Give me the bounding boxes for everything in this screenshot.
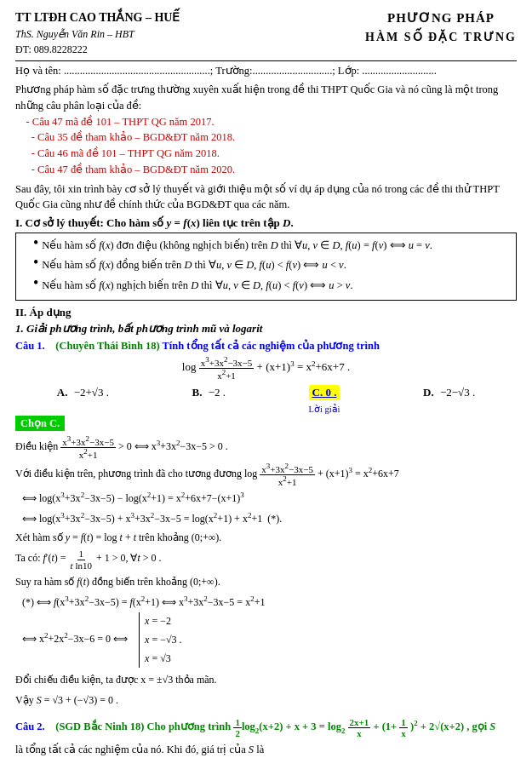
step-1: ⟺ log(x3+3x2−3x−5) − log(x2+1) = x2+6x+7…	[22, 489, 517, 507]
page-header: TT LTĐH CAO THẮNG – HUẾ ThS. Nguyễn Văn …	[15, 9, 517, 57]
condition-line: Điều kiện x3+3x2−3x−5 x2+1 > 0 ⟺ x3+3x2−…	[15, 435, 517, 460]
theory-box: • Nếu hàm số f(x) đơn điệu (không nghịch…	[15, 233, 517, 301]
ham-so-line: Xét hàm số y = f(t) = log t + t trên kho…	[15, 529, 517, 546]
problem-2-source: (SGD Bắc Ninh 18)	[55, 721, 144, 732]
subsection-title: 1. Giải phương trình, bất phương trình m…	[15, 322, 517, 336]
solution-body: Điều kiện x3+3x2−3x−5 x2+1 > 0 ⟺ x3+3x2−…	[15, 435, 517, 709]
problem-2-body: là tổng tất cả các nghiệm của nó. Khi đó…	[15, 742, 517, 758]
teacher-name: ThS. Nguyễn Văn Rin – HBT	[15, 26, 180, 42]
intro-section: Phương pháp hàm số đặc trưng thường xuyê…	[15, 82, 517, 178]
answer-label: Chọn C.	[15, 416, 65, 431]
choice-B: B. −2 .	[192, 385, 226, 400]
monotone-line: Suy ra hàm số f(t) đồng biến trên khoảng…	[15, 573, 517, 590]
phone: ĐT: 089.8228222	[15, 42, 180, 57]
intro-main: Phương pháp hàm số đặc trưng thường xuyê…	[15, 83, 498, 112]
bullet-1: - Câu 47 mã đề 101 – THPT QG năm 2017.	[15, 116, 215, 128]
title-main: PHƯƠNG PHÁP	[365, 9, 517, 28]
result-line: Vậy S = √3 + (−√3) = 0 .	[15, 692, 517, 709]
theory-point-1: • Nếu hàm số f(x) đơn điệu (không nghịch…	[33, 237, 509, 255]
choice-C: C. 0 . Lời giải	[309, 385, 340, 400]
header-right: PHƯƠNG PHÁP HÀM SỐ ĐẶC TRƯNG	[365, 9, 517, 57]
problem-1-text: Tính tổng tất cả các nghiệm của phương t…	[163, 340, 380, 352]
problem-1-choices: A. −2+√3 . B. −2 . C. 0 . Lời giải D. −2…	[15, 385, 517, 400]
intro-after: Sau đây, tôi xin trình bày cơ sở lý thuy…	[15, 181, 517, 214]
problem-2-title: Câu 2. (SGD Bắc Ninh 18) Cho phương trìn…	[15, 717, 517, 738]
theory-point-2: • Nếu hàm số f(x) đồng biến trên D thì ∀…	[33, 256, 509, 274]
problem-1: Câu 1. (Chuyên Thái Bình 18) Tính tổng t…	[15, 339, 517, 709]
step-2: ⟺ log(x3+3x2−3x−5) + x3+3x2−3x−5 = log(x…	[22, 509, 517, 527]
check-line: Đổi chiếu điều kiện, ta được x = ±√3 thỏ…	[15, 671, 517, 688]
bullet-3: - Câu 46 mã đề 101 – THPT QG năm 2018.	[15, 147, 220, 159]
problem-1-title: Câu 1. (Chuyên Thái Bình 18) Tính tổng t…	[15, 339, 517, 353]
title-sub: HÀM SỐ ĐẶC TRƯNG	[365, 28, 517, 46]
info-line: Họ và tên: .............................…	[15, 60, 517, 78]
problem-1-equation: log x3+3x2−3x−5 x2+1 + (x+1)3 = x2+6x+7 …	[15, 356, 517, 381]
problem-2: Câu 2. (SGD Bắc Ninh 18) Cho phương trìn…	[15, 717, 517, 758]
derivative-line: Ta có: f′(t) = 1 t ln10 + 1 > 0, ∀t > 0 …	[15, 548, 517, 570]
theory-pretext: Cho hàm số y = f(x) liên tục trên tập D.	[106, 216, 294, 229]
frac-equation: x3+3x2−3x−5 x2+1	[199, 356, 255, 381]
choice-D: D. −2−√3 .	[423, 385, 475, 400]
loi-giai: Lời giải	[308, 404, 340, 414]
bullet-2: - Câu 35 đề tham khảo – BGD&ĐT năm 2018.	[15, 131, 235, 143]
equiv-line-1: Với điều kiện trên, phương trình đã cho …	[15, 462, 517, 487]
solve-line: ⟺ x2+2x2−3x−6 = 0 ⟺ x = −2 x = −√3 . x =…	[22, 612, 517, 668]
theory-title: I. Cơ sở lý thuyết: Cho hàm số y = f(x) …	[15, 216, 517, 230]
header-left: TT LTĐH CAO THẮNG – HUẾ ThS. Nguyễn Văn …	[15, 9, 180, 57]
school-name: TT LTĐH CAO THẮNG – HUẾ	[15, 9, 180, 26]
problem-1-source: (Chuyên Thái Bình 18)	[55, 340, 159, 352]
equiv-line-2: (*) ⟺ f(x3+3x2−3x−5) = f(x2+1) ⟺ x3+3x2−…	[22, 593, 517, 611]
apply-section: II. Áp dụng 1. Giải phương trình, bất ph…	[15, 306, 517, 758]
theory-point-3: • Nếu hàm số f(x) nghịch biến trên D thì…	[33, 277, 509, 295]
apply-title: II. Áp dụng	[15, 306, 517, 319]
choice-A: A. −2+√3 .	[57, 385, 109, 400]
bullet-4: - Câu 47 đề tham khảo – BGD&ĐT năm 2020.	[15, 164, 235, 175]
solution-section: Chọn C. Điều kiện x3+3x2−3x−5 x2+1 > 0 ⟺…	[15, 416, 517, 709]
problem-2-text: Cho phương trình 1 2 log2(x+2) + x + 3 =…	[147, 721, 496, 732]
